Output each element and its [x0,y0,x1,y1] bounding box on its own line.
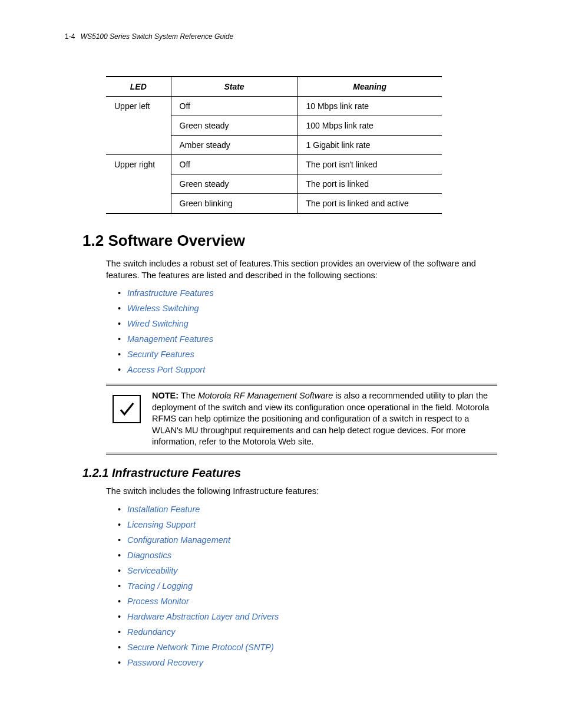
cell-state: Off [171,155,297,174]
link-wireless-switching[interactable]: Wireless Switching [127,304,199,313]
table-row: Upper left Off 10 Mbps link rate [106,97,442,116]
list-item: Security Features [118,350,497,359]
cell-state: Amber steady [171,136,297,155]
note-box: NOTE: The Motorola RF Management Softwar… [106,384,497,454]
cell-meaning: The port is linked and active [297,194,442,214]
subsection-number: 1.2.1 [82,466,108,479]
th-meaning: Meaning [297,77,442,97]
link-serviceability[interactable]: Serviceability [127,566,177,575]
cell-led: Upper left [106,97,171,116]
link-diagnostics[interactable]: Diagnostics [127,551,171,560]
th-led: LED [106,77,171,97]
cell-meaning: 100 Mbps link rate [297,116,442,136]
cell-led [106,174,171,194]
page: 1-4 WS5100 Series Switch System Referenc… [0,0,562,728]
link-password-recovery[interactable]: Password Recovery [127,658,203,667]
list-item: Configuration Management [118,535,497,545]
cell-meaning: 1 Gigabit link rate [297,136,442,155]
link-hal-drivers[interactable]: Hardware Abstraction Layer and Drivers [127,612,279,621]
link-access-port-support[interactable]: Access Port Support [127,365,205,374]
subsection-intro: The switch includes the following Infras… [106,486,497,498]
note-text-em: Motorola RF Management Software [198,391,333,400]
section-intro: The switch includes a robust set of feat… [106,258,497,281]
section-number: 1.2 [82,232,104,249]
cell-led [106,116,171,136]
list-item: Infrastructure Features [118,288,497,298]
cell-state: Off [171,97,297,116]
cell-led [106,194,171,214]
link-sntp[interactable]: Secure Network Time Protocol (SNTP) [127,643,274,652]
list-item: Tracing / Logging [118,581,497,591]
note-icon-cell [106,389,147,423]
cell-led: Upper right [106,155,171,174]
link-process-monitor[interactable]: Process Monitor [127,597,189,606]
doc-title: WS5100 Series Switch System Reference Gu… [81,32,233,41]
cell-meaning: The port isn't linked [297,155,442,174]
table-row: Green blinking The port is linked and ac… [106,194,442,214]
link-redundancy[interactable]: Redundancy [127,627,175,637]
section-heading: 1.2 Software Overview [82,232,497,250]
subsection-heading: 1.2.1 Infrastructure Features [82,466,497,480]
link-security-features[interactable]: Security Features [127,350,194,359]
note-text: NOTE: The Motorola RF Management Softwar… [147,389,497,449]
table-row: Green steady 100 Mbps link rate [106,116,442,136]
link--licensing-support[interactable]: Licensing Support [127,520,196,529]
table-row: Amber steady 1 Gigabit link rate [106,136,442,155]
cell-meaning: 10 Mbps link rate [297,97,442,116]
section-title: Software Overview [108,232,245,249]
list-item: Licensing Support [118,520,497,529]
feature-link-list: Infrastructure Features Wireless Switchi… [118,288,497,374]
table-row: Green steady The port is linked [106,174,442,194]
list-item: Wireless Switching [118,304,497,313]
cell-meaning: The port is linked [297,174,442,194]
list-item: Secure Network Time Protocol (SNTP) [118,643,497,652]
running-header: 1-4 WS5100 Series Switch System Referenc… [65,32,497,41]
table-row: Upper right Off The port isn't linked [106,155,442,174]
infrastructure-link-list: Installation Feature Licensing Support C… [118,505,497,667]
page-number: 1-4 [65,32,75,41]
link-infrastructure-features[interactable]: Infrastructure Features [127,288,214,298]
list-item: Installation Feature [118,505,497,514]
note-text-before: The [178,391,198,400]
list-item: Hardware Abstraction Layer and Drivers [118,612,497,621]
cell-led [106,136,171,155]
subsection-title: Infrastructure Features [112,466,241,479]
cell-state: Green steady [171,174,297,194]
cell-state: Green steady [171,116,297,136]
list-item: Process Monitor [118,597,497,606]
table-header-row: LED State Meaning [106,77,442,97]
list-item: Password Recovery [118,658,497,667]
list-item: Serviceability [118,566,497,575]
list-item: Wired Switching [118,319,497,328]
note-label: NOTE: [152,391,178,400]
link-config-management[interactable]: Configuration Management [127,535,230,545]
checkmark-icon [113,395,141,423]
link-management-features[interactable]: Management Features [127,334,213,344]
cell-state: Green blinking [171,194,297,214]
list-item: Management Features [118,334,497,344]
led-table: LED State Meaning Upper left Off 10 Mbps… [106,76,442,214]
list-item: Access Port Support [118,365,497,374]
th-state: State [171,77,297,97]
link-wired-switching[interactable]: Wired Switching [127,319,189,328]
list-item: Redundancy [118,627,497,637]
list-item: Diagnostics [118,551,497,560]
link-installation-feature[interactable]: Installation Feature [127,505,200,514]
link-tracing-logging[interactable]: Tracing / Logging [127,581,193,591]
